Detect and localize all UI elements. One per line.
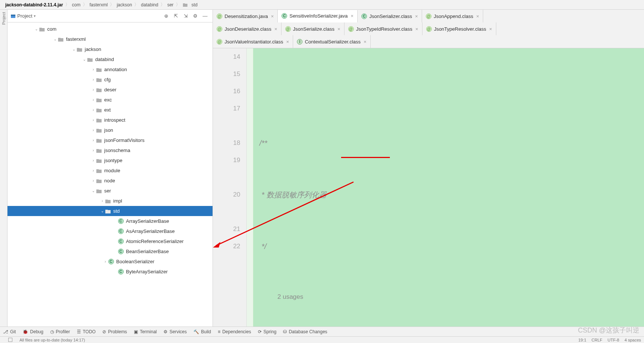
chevron-icon[interactable]: › — [91, 88, 96, 92]
bottom-tab-dependencies[interactable]: ≡Dependencies — [218, 329, 251, 334]
code-body[interactable]: /** * 数据脱敏序列化器 */ 2 usages public class … — [253, 48, 644, 327]
close-icon[interactable]: × — [364, 39, 367, 45]
editor-tab[interactable]: @JsonAppend.class× — [422, 10, 483, 22]
chevron-icon[interactable]: › — [91, 169, 96, 173]
collapse-icon[interactable]: ⇲ — [181, 12, 190, 21]
close-icon[interactable]: × — [489, 26, 492, 32]
chevron-icon[interactable]: ⌄ — [82, 57, 87, 61]
editor-tab[interactable]: @JsonTypeIdResolver.class× — [344, 22, 422, 35]
bottom-tab-spring[interactable]: ⟳Spring — [258, 329, 277, 334]
chevron-icon[interactable]: › — [91, 108, 96, 112]
bottom-tab-build[interactable]: 🔨Build — [193, 329, 211, 334]
tree-item-cfg[interactable]: ›cfg — [7, 75, 213, 85]
chevron-icon[interactable]: ⌄ — [71, 47, 76, 51]
tree-item-node[interactable]: ›node — [7, 176, 213, 186]
tree-item-exc[interactable]: ›exc — [7, 95, 213, 105]
close-icon[interactable]: × — [476, 13, 479, 19]
hide-icon[interactable]: — — [201, 12, 210, 21]
editor-tab[interactable]: @JsonDeserialize.class× — [213, 22, 282, 35]
editor-tab[interactable]: IContextualSerializer.class× — [293, 35, 370, 48]
tree-item-com[interactable]: ⌄com — [7, 24, 213, 34]
chevron-icon[interactable]: › — [91, 138, 96, 142]
tree-item-jsonschema[interactable]: ›jsonschema — [7, 145, 213, 155]
tool-tab-project[interactable]: Project — [1, 12, 6, 25]
expand-icon[interactable]: ⇱ — [171, 12, 180, 21]
status-checkbox[interactable] — [8, 338, 12, 342]
bottom-tab-debug[interactable]: 🐞Debug — [22, 329, 43, 334]
project-tree[interactable]: ⌄com⌄fasterxml⌄jackson⌄databind›annotati… — [7, 22, 213, 327]
editor-tab[interactable]: @JsonValueInstantiator.class× — [213, 35, 293, 48]
close-icon[interactable]: × — [415, 26, 418, 32]
close-icon[interactable]: × — [286, 39, 289, 45]
breadcrumb-seg[interactable]: jackson — [115, 2, 133, 7]
tree-item-bytearrayserializer[interactable]: CByteArraySerializer — [7, 267, 213, 277]
tree-item-databind[interactable]: ⌄databind — [7, 54, 213, 64]
locate-icon[interactable]: ⊕ — [162, 12, 171, 21]
chevron-icon[interactable]: › — [100, 199, 105, 203]
bottom-tab-terminal[interactable]: ▣Terminal — [134, 329, 157, 334]
chevron-icon[interactable]: › — [91, 128, 96, 132]
breadcrumb-root[interactable]: jackson-databind-2.11.4.jar — [4, 2, 64, 7]
chevron-icon[interactable]: › — [91, 118, 96, 122]
caret-position[interactable]: 19:1 — [578, 338, 586, 342]
tree-item-jackson[interactable]: ⌄jackson — [7, 44, 213, 54]
tree-item-jsonformatvisitors[interactable]: ›jsonFormatVisitors — [7, 135, 213, 145]
chevron-icon[interactable]: › — [91, 78, 96, 82]
editor-tab[interactable]: @JsonTypeResolver.class× — [422, 22, 496, 35]
usage-hint[interactable]: 2 usages — [259, 289, 644, 304]
tree-item-annotation[interactable]: ›annotation — [7, 64, 213, 75]
chevron-icon[interactable]: ⌄ — [91, 189, 96, 193]
chevron-icon[interactable]: › — [91, 158, 96, 163]
chevron-icon[interactable]: › — [103, 259, 108, 264]
tree-item-beanserializerbase[interactable]: CBeanSerializerBase — [7, 246, 213, 257]
bottom-tab-database-changes[interactable]: ⛁Database Changes — [283, 329, 327, 334]
gear-icon[interactable]: ⚙ — [191, 12, 200, 21]
close-icon[interactable]: × — [337, 26, 340, 32]
chevron-icon[interactable]: ⌄ — [34, 27, 39, 31]
breadcrumb-seg[interactable]: fasterxml — [88, 2, 109, 7]
close-icon[interactable]: × — [415, 13, 418, 19]
tree-item-json[interactable]: ›json — [7, 125, 213, 135]
close-icon[interactable]: × — [274, 26, 277, 32]
fold-strip[interactable] — [247, 48, 253, 327]
editor-tab[interactable]: CSensitiveInfoSerializer.java× — [278, 10, 358, 23]
line-separator[interactable]: CRLF — [592, 338, 602, 342]
chevron-icon[interactable]: ⌄ — [52, 37, 58, 41]
bottom-tab-todo[interactable]: ☰TODO — [77, 329, 96, 334]
file-encoding[interactable]: UTF-8 — [608, 338, 619, 342]
bottom-tab-problems[interactable]: ⊘Problems — [102, 329, 127, 334]
close-icon[interactable]: × — [351, 13, 354, 19]
chevron-icon[interactable]: › — [91, 67, 96, 72]
editor-tab[interactable]: @Desensitization.java× — [213, 10, 278, 22]
tree-item-std[interactable]: ⌄std — [7, 206, 213, 216]
tree-item-module[interactable]: ›module — [7, 166, 213, 176]
tree-item-impl[interactable]: ›impl — [7, 196, 213, 206]
bottom-tab-services[interactable]: ⚙Services — [163, 329, 187, 334]
breadcrumb-seg[interactable]: ser — [166, 2, 175, 7]
tree-item-arrayserializerbase[interactable]: CArraySerializerBase — [7, 216, 213, 226]
chevron-icon[interactable]: › — [91, 148, 96, 152]
breadcrumb-seg[interactable]: databind — [139, 2, 160, 7]
tree-item-ext[interactable]: ›ext — [7, 105, 213, 115]
bottom-tab-git[interactable]: ⎇Git — [3, 329, 16, 334]
chevron-icon[interactable]: ⌄ — [100, 209, 105, 213]
tree-item-deser[interactable]: ›deser — [7, 85, 213, 95]
tree-item-asarrayserializerbase[interactable]: CAsArraySerializerBase — [7, 226, 213, 236]
breadcrumb-seg[interactable]: std — [190, 2, 199, 7]
editor-tab[interactable]: CJsonSerializer.class× — [358, 10, 422, 22]
indent-info[interactable]: 4 spaces — [625, 338, 641, 342]
editor-tab[interactable]: @JsonSerialize.class× — [282, 22, 344, 35]
tree-item-atomicreferenceserializer[interactable]: CAtomicReferenceSerializer — [7, 236, 213, 246]
code-editor[interactable]: 14 15 16 17 18 19 20 21 22 /** * 数据脱敏序列化… — [213, 48, 644, 327]
chevron-icon[interactable]: › — [91, 179, 96, 183]
bottom-tab-profiler[interactable]: ◷Profiler — [50, 329, 70, 334]
tree-item-jsontype[interactable]: ›jsontype — [7, 155, 213, 166]
breadcrumb-seg[interactable]: com — [70, 2, 82, 7]
tree-item-booleanserializer[interactable]: ›CBooleanSerializer — [7, 257, 213, 267]
project-title[interactable]: Project — [17, 13, 32, 19]
tree-item-introspect[interactable]: ›introspect — [7, 115, 213, 125]
tree-item-ser[interactable]: ⌄ser — [7, 186, 213, 196]
dropdown-icon[interactable]: ▾ — [34, 14, 36, 18]
tree-item-fasterxml[interactable]: ⌄fasterxml — [7, 34, 213, 44]
close-icon[interactable]: × — [271, 13, 274, 19]
